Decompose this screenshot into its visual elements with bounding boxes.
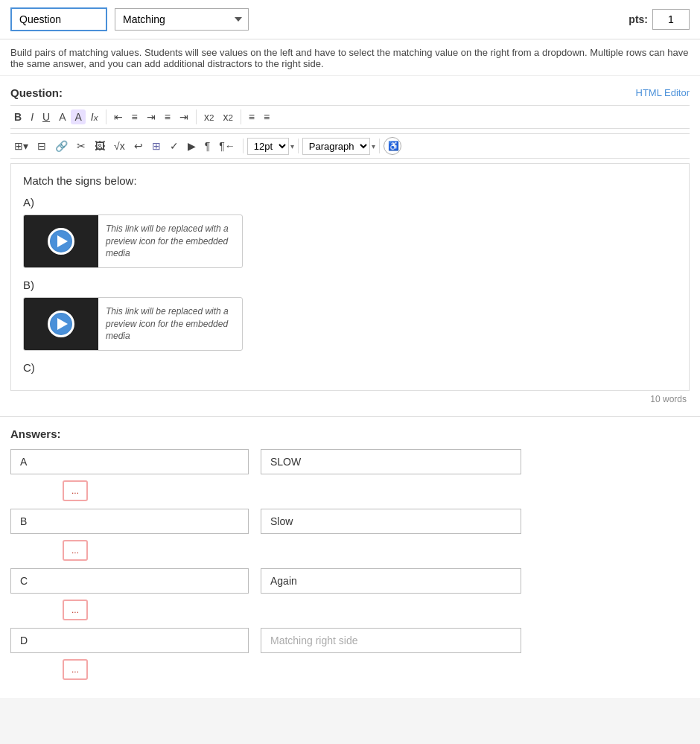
answer-left-c[interactable]	[10, 568, 249, 594]
description-bar: Build pairs of matching values. Students…	[0, 39, 700, 76]
subscript-button[interactable]: x2	[219, 109, 236, 125]
pts-area: pts:	[629, 9, 690, 30]
play-button-b[interactable]	[48, 311, 74, 337]
superscript-button[interactable]: x2	[200, 109, 217, 125]
accessibility2-button[interactable]: ♿	[384, 137, 401, 155]
indent-button[interactable]: ⇥	[176, 109, 192, 125]
type-select[interactable]: Matching Multiple Choice True/False Shor…	[115, 8, 249, 31]
media-text-b: This link will be replaced with a previe…	[98, 299, 242, 349]
play-triangle-a	[57, 235, 68, 247]
answer-c-label: C)	[23, 361, 677, 374]
html-editor-link[interactable]: HTML Editor	[636, 87, 690, 98]
paragraph-select[interactable]: Paragraph Heading 1 Heading 2	[302, 138, 370, 155]
font-size-arrow: ▾	[290, 142, 294, 150]
answer-left-a[interactable]	[10, 449, 249, 474]
answer-b-label: B)	[23, 279, 677, 291]
underline-button[interactable]: U	[39, 109, 54, 125]
answer-left-d[interactable]	[10, 628, 249, 653]
question-input[interactable]	[10, 7, 107, 31]
paragraph-marks-button[interactable]: ¶	[201, 138, 214, 154]
answer-a-label: A)	[23, 196, 677, 209]
separator3	[241, 109, 241, 124]
media-card-b: This link will be replaced with a previe…	[23, 297, 243, 351]
pts-input[interactable]	[652, 9, 690, 30]
question-label-row: Question: HTML Editor	[10, 86, 690, 99]
dots-button-c[interactable]: ...	[63, 600, 88, 620]
word-count: 10 words	[10, 391, 690, 406]
math-button[interactable]: √x	[110, 138, 129, 154]
pts-label: pts:	[629, 13, 648, 25]
separator1	[106, 109, 106, 124]
link-button[interactable]: 🔗	[51, 138, 71, 154]
media-card-a: This link will be replaced with a previe…	[23, 214, 243, 268]
media-button[interactable]: ▶	[184, 138, 200, 154]
separator4	[243, 139, 244, 153]
font-color-button[interactable]: A	[55, 109, 69, 125]
bold-button[interactable]: B	[10, 109, 25, 125]
rtl-button[interactable]: ¶←	[215, 138, 239, 154]
font-size-select[interactable]: 12pt 8pt 10pt 14pt	[247, 138, 289, 155]
answer-row-b	[10, 509, 690, 534]
answer-row-a	[10, 449, 690, 474]
answer-right-c[interactable]	[261, 568, 521, 594]
answer-right-b[interactable]	[261, 509, 521, 534]
accessibility-button[interactable]: ✓	[166, 138, 182, 154]
undo-button[interactable]: ↩	[130, 138, 147, 154]
separator2	[196, 109, 197, 124]
media-text-a: This link will be replaced with a previe…	[98, 217, 242, 266]
toolbar-row1: B I U A A Ix ⇤ ≡ ⇥ ≡ ⇥ x2 x2 ≡ ≡	[10, 105, 690, 129]
unordered-list-button[interactable]: ≡	[245, 109, 258, 125]
answers-section: Answers: ... ... ... ...	[0, 417, 700, 698]
play-triangle-b	[57, 318, 68, 330]
table-edit-button[interactable]: ⊟	[34, 138, 50, 154]
answer-right-d[interactable]	[261, 628, 521, 653]
image-button[interactable]: 🖼	[91, 138, 109, 154]
editor-main-text: Match the signs below:	[23, 174, 677, 187]
separator5	[298, 139, 299, 153]
align-justify-button[interactable]: ≡	[161, 109, 174, 125]
paragraph-arrow: ▾	[372, 142, 375, 150]
ordered-list-button[interactable]: ≡	[260, 109, 273, 125]
media-thumb-a	[24, 215, 98, 267]
align-center-button[interactable]: ≡	[128, 109, 141, 125]
media-thumb-b	[24, 298, 98, 350]
answer-row-c	[10, 568, 690, 594]
answer-left-b[interactable]	[10, 509, 249, 534]
dots-button-d[interactable]: ...	[63, 659, 88, 680]
editor-content[interactable]: Match the signs below: A) This link will…	[10, 163, 690, 391]
separator6	[379, 139, 380, 153]
dots-button-a[interactable]: ...	[63, 480, 88, 501]
play-button-a[interactable]	[48, 228, 74, 255]
align-left-button[interactable]: ⇤	[110, 109, 127, 125]
question-label: Question:	[10, 86, 63, 99]
top-bar: Matching Multiple Choice True/False Shor…	[0, 0, 700, 39]
clear-format-button[interactable]: Ix	[87, 109, 102, 125]
answer-right-a[interactable]	[261, 449, 521, 474]
table-button[interactable]: ⊞▾	[10, 138, 32, 154]
toolbar-row2: ⊞▾ ⊟ 🔗 ✂ 🖼 √x ↩ ⊞ ✓ ▶ ¶ ¶← 12pt 8pt 10pt…	[10, 133, 690, 159]
answers-label: Answers:	[10, 427, 690, 440]
answer-row-d	[10, 628, 690, 653]
align-right-button[interactable]: ⇥	[143, 109, 159, 125]
italic-button[interactable]: I	[27, 109, 37, 125]
dots-button-b[interactable]: ...	[63, 540, 88, 561]
description-text: Build pairs of matching values. Students…	[10, 47, 689, 69]
teams-button[interactable]: ⊞	[148, 138, 165, 154]
highlight-button[interactable]: A	[71, 109, 85, 124]
editor-section: Question: HTML Editor B I U A A Ix ⇤ ≡ ⇥…	[0, 76, 700, 417]
unlink-button[interactable]: ✂	[73, 138, 89, 154]
